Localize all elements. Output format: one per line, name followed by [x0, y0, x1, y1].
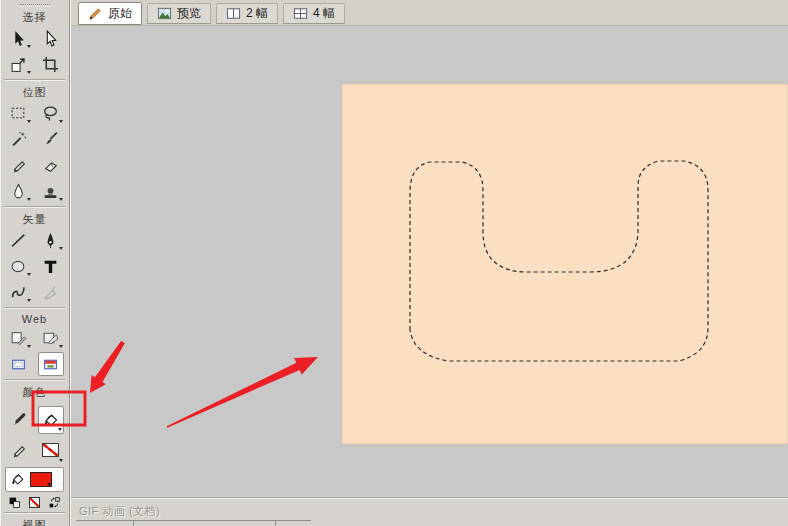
tab-preview-label: 预览	[177, 5, 201, 22]
divider	[4, 79, 65, 81]
divider	[4, 307, 65, 309]
no-stroke-fill-icon	[29, 497, 40, 508]
hotspot-icon	[10, 330, 27, 347]
rubber-stamp-tool[interactable]	[38, 179, 64, 203]
divider	[4, 512, 65, 514]
line-icon	[10, 232, 27, 249]
section-colors: 颜色	[0, 383, 69, 509]
stroke-color-tool[interactable]	[6, 436, 32, 464]
show-slices-icon	[42, 356, 59, 373]
document-type-label: GIF 动画 (文档)	[79, 504, 160, 519]
fill-color-well[interactable]	[5, 467, 64, 492]
line-tool[interactable]	[6, 228, 32, 252]
four-up-icon	[293, 6, 308, 21]
freeform-icon	[10, 284, 27, 301]
marquee-tool[interactable]	[6, 101, 32, 125]
section-label-web: Web	[0, 311, 69, 326]
section-view: 视图	[0, 516, 69, 526]
divider	[4, 206, 65, 208]
slice-tool[interactable]	[38, 326, 64, 350]
section-label-view: 视图	[0, 516, 69, 526]
swap-colors-button[interactable]	[48, 495, 62, 509]
freeform-tool[interactable]	[6, 280, 32, 304]
paint-bucket-tool[interactable]	[38, 406, 64, 434]
subselect-icon	[42, 30, 59, 47]
section-bitmap: 位图	[0, 83, 69, 203]
status-bar: GIF 动画 (文档)	[71, 497, 788, 526]
tab-preview[interactable]: 预览	[147, 3, 211, 24]
hide-slices-button[interactable]	[6, 352, 32, 376]
two-up-icon	[226, 6, 241, 21]
pointer-icon	[10, 30, 27, 47]
tab-4up-label: 4 幅	[313, 5, 335, 22]
tools-panel: 选择 位图 矢量	[0, 0, 70, 526]
pencil-icon	[88, 6, 103, 21]
show-slices-button[interactable]	[38, 352, 64, 376]
tab-4up[interactable]: 4 幅	[283, 3, 345, 24]
rubber-stamp-icon	[42, 183, 59, 200]
pointer-tool[interactable]	[6, 26, 32, 50]
default-colors-button[interactable]	[8, 495, 22, 509]
pencil-tool[interactable]	[6, 153, 32, 177]
panel-grip[interactable]	[20, 4, 50, 7]
lasso-tool[interactable]	[38, 101, 64, 125]
section-web: Web	[0, 311, 69, 376]
crop-tool[interactable]	[38, 52, 64, 76]
lasso-icon	[42, 105, 59, 122]
status-frame-strip	[76, 520, 311, 526]
tab-2up[interactable]: 2 幅	[216, 3, 278, 24]
preview-image-icon	[157, 6, 172, 21]
stroke-color-well[interactable]	[38, 436, 64, 464]
fireworks-window: { "tabs": [ { "label": "原始", "icon": "pe…	[0, 0, 788, 526]
tab-original[interactable]: 原始	[78, 2, 142, 25]
paint-bucket-icon	[42, 412, 59, 429]
fill-color-swatch	[30, 472, 52, 487]
section-vector: 矢量	[0, 210, 69, 304]
tab-2up-label: 2 幅	[246, 5, 268, 22]
text-icon	[42, 258, 59, 275]
swap-colors-icon	[48, 496, 61, 509]
magic-wand-icon	[10, 131, 27, 148]
section-select: 选择	[0, 8, 69, 76]
fill-bucket-icon	[10, 472, 25, 487]
knife-tool	[38, 280, 64, 304]
section-label-select: 选择	[0, 8, 69, 26]
pen-tool[interactable]	[38, 228, 64, 252]
section-label-vector: 矢量	[0, 210, 69, 228]
pencil-icon	[10, 157, 27, 174]
hide-slices-icon	[10, 356, 27, 373]
eraser-tool[interactable]	[38, 153, 64, 177]
brush-icon	[42, 131, 59, 148]
eraser-icon	[42, 157, 59, 174]
stroke-pencil-icon	[10, 442, 27, 459]
no-stroke-swatch	[42, 443, 59, 457]
subselect-tool[interactable]	[38, 26, 64, 50]
tab-original-label: 原始	[108, 5, 132, 22]
magic-wand-tool[interactable]	[6, 127, 32, 151]
brush-tool[interactable]	[38, 127, 64, 151]
blur-tool[interactable]	[6, 179, 32, 203]
knife-icon	[42, 284, 59, 301]
crop-icon	[42, 56, 59, 73]
section-label-bitmap: 位图	[0, 83, 69, 101]
scale-icon	[10, 56, 27, 73]
pen-icon	[42, 232, 59, 249]
eyedropper-tool[interactable]	[6, 406, 32, 434]
default-colors-icon	[8, 496, 21, 509]
ellipse-icon	[10, 258, 27, 275]
hotspot-tool[interactable]	[6, 326, 32, 350]
view-tabbar: 原始 预览 2 幅 4 幅	[71, 0, 788, 26]
slice-icon	[42, 330, 59, 347]
marquee-icon	[10, 105, 27, 122]
blur-icon	[10, 183, 27, 200]
no-stroke-fill-button[interactable]	[28, 495, 42, 509]
document-workspace[interactable]	[71, 26, 788, 497]
section-label-colors: 颜色	[0, 383, 69, 401]
eyedropper-icon	[10, 412, 27, 429]
text-tool[interactable]	[38, 254, 64, 278]
ellipse-tool[interactable]	[6, 254, 32, 278]
scale-tool[interactable]	[6, 52, 32, 76]
divider	[4, 379, 65, 381]
